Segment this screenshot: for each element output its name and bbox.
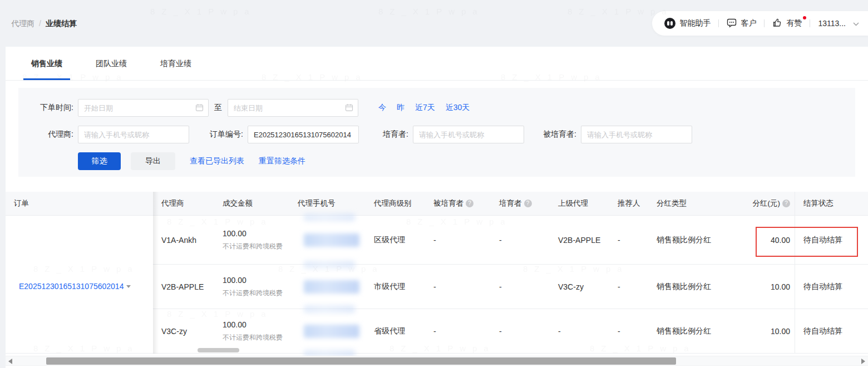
agent-label: 代理商: [18,130,78,140]
order-no-label: 订单编号: [203,130,248,140]
quick-link-yesterday[interactable]: 昨 [397,103,405,113]
col-header-order: 订单 [6,192,153,215]
order-no-input[interactable] [248,126,359,143]
quick-date-links: 今 昨 近7天 近30天 [378,103,470,113]
divider [718,19,719,27]
nurtured-cell: - [425,309,491,354]
start-date-input[interactable] [78,99,209,117]
col-header-agent: 代理商 [153,192,214,215]
phone-cell-blurred [289,265,366,309]
level-cell: 市级代理 [366,265,425,309]
scroll-right-arrow[interactable] [861,359,865,364]
col-header-referrer: 推荐人 [609,192,648,215]
reset-filters-link[interactable]: 重置筛选条件 [259,156,305,166]
divider [764,19,765,27]
filter-button[interactable]: 筛选 [78,152,121,170]
settlement-table: 订单 代理商 成交金额 代理手机号 代理商级别 被培育者 培育者 上级代理 推荐… [6,192,868,354]
dividend-cell: 10.00 [748,309,795,354]
tab-sales-performance[interactable]: 销售业绩 [31,59,62,80]
account-menu[interactable]: 13113... [818,19,859,28]
nurturer-cell: - [491,309,550,354]
amount-cell: 100.00不计运费和跨境税费 [214,216,289,265]
customer-label: 客户 [741,18,756,28]
breadcrumb-parent[interactable]: 代理商 [11,19,34,28]
order-number-link[interactable]: E20251230165131075602014 [19,282,131,291]
col-header-dividend-type: 分红类型 [648,192,748,215]
phone-cell-blurred [289,216,366,265]
chat-bubble-icon [727,18,737,29]
ai-assistant-label: 智能助手 [679,18,711,28]
order-cell-merged [6,216,153,265]
upper-agent-cell: - [550,309,609,354]
amount-cell: 100.00不计运费和跨境税费 [214,309,289,354]
amount-cell: 100.00不计运费和跨境税费 [214,265,289,309]
filter-row-fields: 代理商: 订单编号: 培育者: 被培育者: [18,126,855,143]
table-row: V3C-zy 100.00不计运费和跨境税费 省级代理 - - - - 销售额比… [6,309,868,354]
col-header-amount: 成交金额 [214,192,289,215]
customer-button[interactable]: 客户 [727,18,756,29]
account-label: 13113... [818,19,846,28]
agent-cell: V1A-Ankh [153,216,214,265]
col-header-upper-agent: 上级代理 [550,192,609,215]
export-button[interactable]: 导出 [131,152,175,170]
thumbs-up-icon [772,18,782,29]
ai-assistant-button[interactable]: 智能助手 [664,18,711,29]
quick-link-today[interactable]: 今 [378,103,386,113]
order-time-label: 下单时间: [18,103,78,113]
status-cell: 待自动结算 [795,265,868,309]
referrer-cell: - [609,265,648,309]
ai-assistant-icon [664,18,675,29]
table-header-row: 订单 代理商 成交金额 代理手机号 代理商级别 被培育者 培育者 上级代理 推荐… [6,192,868,216]
help-icon[interactable] [466,200,474,207]
col-header-nurturer: 培育者 [491,192,550,215]
youzan-button[interactable]: 有赞 [772,18,802,29]
tab-bar: 销售业绩 团队业绩 培育业绩 [6,47,868,81]
col-header-level: 代理商级别 [366,192,425,215]
tab-nurture-performance[interactable]: 培育业绩 [160,59,191,80]
dividend-cell: 40.00 [748,216,795,265]
tab-team-performance[interactable]: 团队业绩 [96,59,127,80]
horizontal-scrollbar [6,356,868,366]
caret-down-icon [126,285,131,290]
youzan-label: 有赞 [786,18,802,28]
order-cell-merged [6,309,153,354]
help-icon[interactable] [782,200,790,207]
filter-panel: 下单时间: 至 今 昨 近7天 近30天 代理商: [18,88,855,177]
help-icon[interactable] [524,200,532,207]
breadcrumb: 代理商/业绩结算 [11,19,77,29]
col-header-status: 结算状态 [795,192,868,215]
scrollbar-thumb[interactable] [46,357,676,365]
upper-agent-cell: V3C-zy [550,265,609,309]
col-header-nurtured: 被培育者 [425,192,491,215]
status-cell: 待自动结算 [795,216,868,265]
dividend-cell: 10.00 [748,265,795,309]
nurturer-label: 培育者: [370,130,413,140]
nurturer-cell: - [491,216,550,265]
divider [810,19,810,27]
nurturer-input[interactable] [413,126,524,143]
level-cell: 省级代理 [366,309,425,354]
topbar: 智能助手 客户 有赞 13113... [652,11,868,36]
phone-cell-blurred [289,309,366,354]
dividend-type-cell: 销售额比例分红 [648,216,748,265]
nurtured-cell: - [425,216,491,265]
chevron-down-icon [853,19,859,28]
nurturer-cell: - [491,265,550,309]
agent-cell: V2B-APPLE [153,265,214,309]
filter-row-time: 下单时间: 至 今 昨 近7天 近30天 [18,99,855,117]
quick-link-30days[interactable]: 近30天 [446,103,470,113]
col-header-phone: 代理手机号 [289,192,366,215]
upper-agent-cell: V2B-APPLE [550,216,609,265]
agent-input[interactable] [78,126,189,143]
quick-link-7days[interactable]: 近7天 [415,103,435,113]
end-date-input[interactable] [228,99,358,117]
blurred-phone [304,325,359,338]
nurtured-input[interactable] [581,126,692,143]
notification-dot [803,16,806,19]
native-scrollbar-thumb[interactable] [198,348,239,352]
view-exported-link[interactable]: 查看已导出列表 [190,156,244,166]
dividend-type-cell: 销售额比例分红 [648,309,748,354]
blurred-phone [304,280,359,294]
scroll-left-arrow[interactable] [8,359,12,364]
blurred-phone [304,233,359,247]
